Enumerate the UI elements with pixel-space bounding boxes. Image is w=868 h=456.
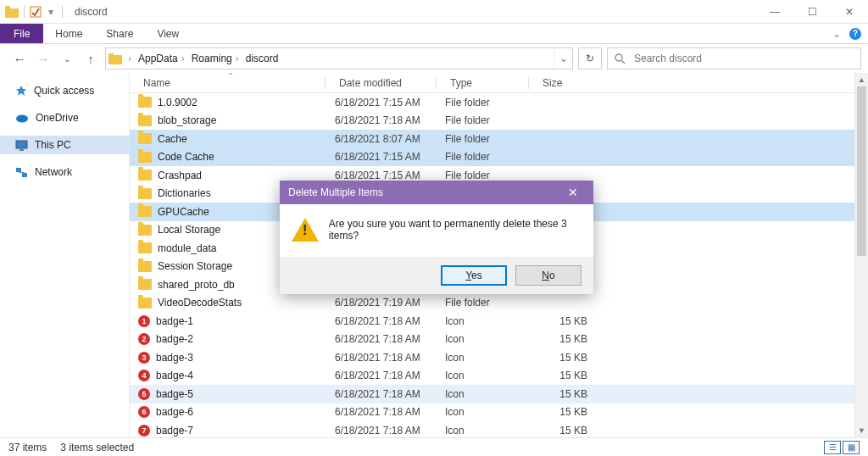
home-tab[interactable]: Home xyxy=(43,24,94,43)
dialog-buttons: Yes No xyxy=(280,257,593,294)
details-view-icon[interactable]: ☰ xyxy=(824,441,841,454)
file-row[interactable]: VideoDecodeStats6/18/2021 7:19 AMFile fo… xyxy=(130,294,854,313)
column-headers: Name⌃ Date modified Type Size xyxy=(130,73,854,93)
sidebar-item-quick-access[interactable]: Quick access xyxy=(0,81,129,100)
file-row[interactable]: 6badge-66/18/2021 7:18 AMIcon15 KB xyxy=(130,403,854,422)
network-icon xyxy=(15,167,28,178)
file-row[interactable]: 4badge-46/18/2021 7:18 AMIcon15 KB xyxy=(130,367,854,386)
file-date: 6/18/2021 7:18 AM xyxy=(335,406,445,418)
address-dropdown-button[interactable]: ⌄ xyxy=(554,48,572,69)
file-type: File folder xyxy=(445,297,537,309)
file-date: 6/18/2021 8:07 AM xyxy=(335,133,445,145)
icons-view-icon[interactable]: ▦ xyxy=(843,441,860,454)
view-mode-buttons: ☰ ▦ xyxy=(824,441,860,454)
back-button[interactable]: ← xyxy=(10,49,29,68)
col-name[interactable]: Name⌃ xyxy=(130,73,325,92)
dialog-close-button[interactable]: ✕ xyxy=(561,181,585,204)
folder-icon xyxy=(138,133,152,144)
col-date[interactable]: Date modified xyxy=(326,73,436,92)
svg-line-13 xyxy=(19,172,25,173)
navigation-row: ← → ⌄ ↑ › AppData› Roaming› discord ⌄ ↻ xyxy=(0,44,868,73)
share-tab[interactable]: Share xyxy=(94,24,145,43)
file-size: 15 KB xyxy=(537,370,587,381)
col-type[interactable]: Type xyxy=(437,73,528,92)
minimize-button[interactable]: — xyxy=(756,0,793,24)
file-size: 15 KB xyxy=(537,406,587,418)
sidebar-item-onedrive[interactable]: OneDrive xyxy=(0,108,129,127)
view-tab[interactable]: View xyxy=(145,24,191,43)
file-date: 6/18/2021 7:18 AM xyxy=(335,333,445,345)
folder-icon xyxy=(138,170,152,181)
svg-rect-3 xyxy=(108,55,122,64)
dialog-message: Are you sure you want to permanently del… xyxy=(329,216,581,243)
scrollbar-track[interactable] xyxy=(855,86,868,424)
file-name: badge-5 xyxy=(156,388,193,400)
selection-count: 3 items selected xyxy=(60,442,134,453)
star-icon xyxy=(15,85,27,97)
file-row[interactable]: 5badge-56/18/2021 7:18 AMIcon15 KB xyxy=(130,385,854,403)
svg-point-5 xyxy=(615,54,622,61)
search-input[interactable] xyxy=(632,52,854,65)
crumb-discord[interactable]: discord xyxy=(242,48,282,69)
file-type: File folder xyxy=(445,170,537,181)
scroll-down-button[interactable]: ▼ xyxy=(855,424,868,437)
file-tab[interactable]: File xyxy=(0,24,43,43)
file-name: Cache xyxy=(158,133,187,145)
qat-dropdown-icon[interactable]: ▾ xyxy=(45,6,57,18)
file-row[interactable]: blob_storage6/18/2021 7:18 AMFile folder xyxy=(130,112,854,131)
file-row[interactable]: 2badge-26/18/2021 7:18 AMIcon15 KB xyxy=(130,331,854,349)
badge-icon: 7 xyxy=(138,425,150,437)
file-name: Code Cache xyxy=(158,151,214,163)
crumb-roaming[interactable]: Roaming› xyxy=(188,48,242,69)
refresh-button[interactable]: ↻ xyxy=(578,47,602,70)
navigation-pane: Quick access OneDrive This PC Network xyxy=(0,73,129,437)
crumb-appdata[interactable]: AppData› xyxy=(135,48,188,69)
badge-icon: 5 xyxy=(138,388,150,400)
properties-icon[interactable] xyxy=(30,6,42,18)
file-name: badge-6 xyxy=(156,406,193,418)
yes-accelerator: Y xyxy=(465,270,471,281)
help-icon[interactable]: ? xyxy=(849,28,861,40)
dialog-body: ! Are you sure you want to permanently d… xyxy=(280,204,593,257)
folder-icon xyxy=(138,206,152,217)
search-box[interactable] xyxy=(607,47,861,70)
file-type: Icon xyxy=(445,406,537,418)
scrollbar-thumb[interactable] xyxy=(857,86,866,256)
address-bar[interactable]: › AppData› Roaming› discord ⌄ xyxy=(105,47,573,70)
window-title: discord xyxy=(75,6,108,18)
yes-button[interactable]: Yes xyxy=(441,265,507,286)
sidebar-item-network[interactable]: Network xyxy=(0,163,129,181)
recent-locations-button[interactable]: ⌄ xyxy=(58,49,76,68)
badge-icon: 3 xyxy=(138,352,150,364)
maximize-button[interactable]: ☐ xyxy=(793,0,831,24)
file-row[interactable]: 1.0.90026/18/2021 7:15 AMFile folder xyxy=(130,93,854,112)
no-button[interactable]: No xyxy=(515,265,581,286)
file-name: badge-1 xyxy=(156,315,193,327)
file-size: 15 KB xyxy=(537,352,587,364)
file-row[interactable]: Code Cache6/18/2021 7:15 AMFile folder xyxy=(130,148,854,167)
folder-icon xyxy=(138,188,152,199)
close-button[interactable]: ✕ xyxy=(831,0,868,24)
file-date: 6/18/2021 7:18 AM xyxy=(335,114,445,126)
monitor-icon xyxy=(15,140,28,151)
file-row[interactable]: 7badge-76/18/2021 7:18 AMIcon15 KB xyxy=(130,421,854,437)
forward-button[interactable]: → xyxy=(34,49,53,68)
sidebar-item-this-pc[interactable]: This PC xyxy=(0,136,129,154)
vertical-scrollbar[interactable]: ▲ ▼ xyxy=(854,73,868,437)
col-size[interactable]: Size xyxy=(529,73,585,92)
folder-icon xyxy=(138,115,152,126)
file-date: 6/18/2021 7:15 AM xyxy=(335,97,445,108)
folder-icon xyxy=(138,225,152,236)
folder-icon xyxy=(138,261,152,272)
dialog-title-bar[interactable]: Delete Multiple Items ✕ xyxy=(280,181,593,204)
ribbon-expand-icon[interactable]: ⌄ xyxy=(832,28,841,40)
svg-rect-1 xyxy=(5,6,10,9)
up-button[interactable]: ↑ xyxy=(81,49,100,68)
scroll-up-button[interactable]: ▲ xyxy=(855,73,868,86)
svg-rect-0 xyxy=(5,8,19,18)
file-row[interactable]: 3badge-36/18/2021 7:18 AMIcon15 KB xyxy=(130,348,854,367)
file-row[interactable]: 1badge-16/18/2021 7:18 AMIcon15 KB xyxy=(130,312,854,331)
file-type: Icon xyxy=(445,352,537,364)
file-type: Icon xyxy=(445,333,537,345)
file-row[interactable]: Cache6/18/2021 8:07 AMFile folder xyxy=(130,130,854,148)
